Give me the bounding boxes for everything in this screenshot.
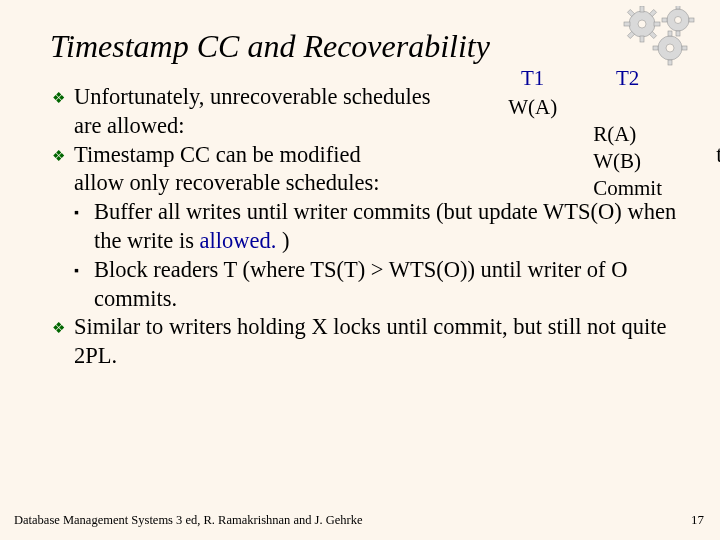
bullet-text: Unfortunately, unrecoverable schedules a… [74,83,454,141]
svg-rect-15 [689,18,694,22]
bullet-icon: ❖ [52,83,74,108]
cell: Commit [575,175,680,202]
slide-content: T1 T2 W(A) R(A) W(B) Commit ❖ Unfortunat… [0,65,720,371]
page-number: 17 [691,512,704,528]
svg-rect-2 [640,6,644,12]
sub-bullet-text: Buffer all writes until writer commits (… [94,198,680,256]
svg-point-1 [638,20,646,28]
bullet-icon: ❖ [52,141,74,166]
svg-rect-4 [624,22,630,26]
svg-rect-20 [653,46,658,50]
slide-title: Timestamp CC and Recoverability [0,0,720,65]
schedule-table: T1 T2 W(A) R(A) W(B) Commit [490,65,680,201]
sub-bullet-icon: ▪ [74,198,94,222]
sub-bullet-text: Block readers T (where TS(T) > WTS(O)) u… [94,256,680,314]
svg-rect-14 [662,18,667,22]
cell: R(A) [575,121,680,148]
svg-rect-3 [640,36,644,42]
svg-rect-12 [676,6,680,9]
svg-rect-21 [682,46,687,50]
bullet-text: Similar to writers holding X locks until… [74,313,680,371]
svg-point-17 [666,44,674,52]
svg-rect-5 [654,22,660,26]
sub-bullet-icon: ▪ [74,256,94,280]
cell: W(B) [575,148,680,175]
gears-decoration [620,6,710,72]
cell: W(A) [490,94,575,121]
bullet-icon: ❖ [52,313,74,338]
svg-rect-18 [668,31,672,36]
col-header-t1: T1 [490,65,575,94]
col-header-t2: T2 [575,65,680,94]
svg-point-11 [675,17,682,24]
svg-rect-13 [676,31,680,36]
footer-text: Database Management Systems 3 ed, R. Ram… [14,513,363,528]
